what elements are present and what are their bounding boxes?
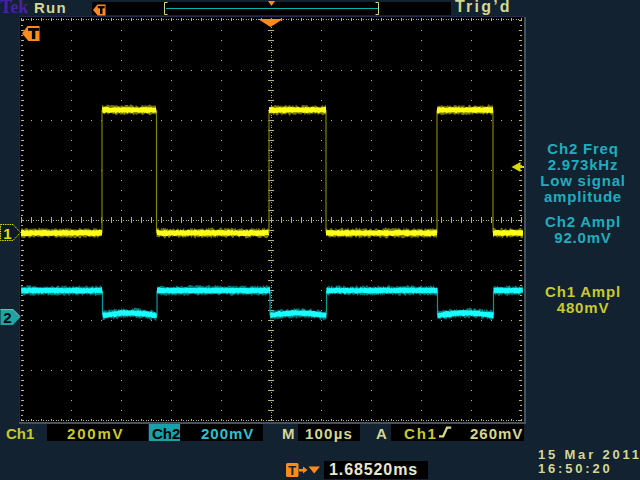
- svg-text:2: 2: [3, 309, 11, 326]
- svg-text:T: T: [288, 463, 296, 478]
- svg-text:1: 1: [3, 225, 11, 242]
